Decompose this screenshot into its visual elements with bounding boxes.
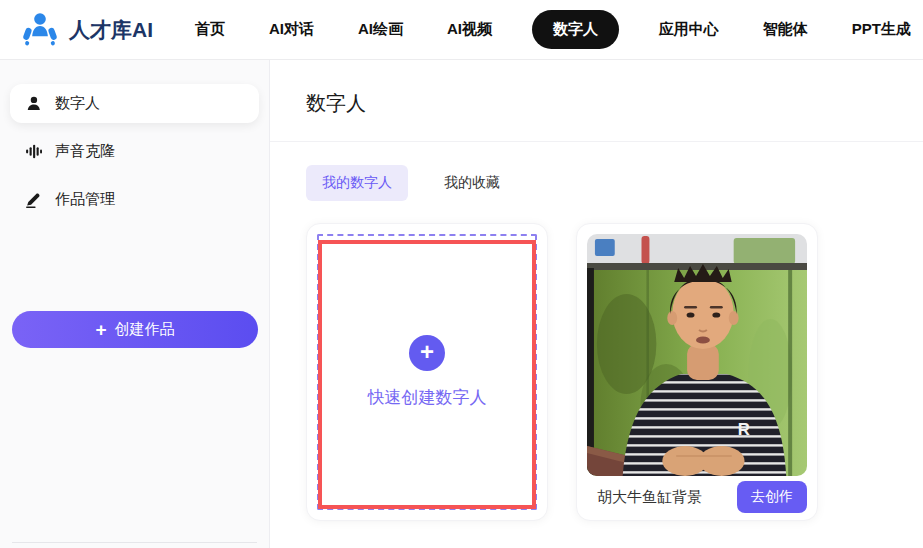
nav-item-ai-painting[interactable]: AI绘画 <box>354 10 407 49</box>
sidebar-item-label: 数字人 <box>55 94 100 113</box>
nav-item-digital-human[interactable]: 数字人 <box>532 10 619 49</box>
avatar-photo-illustration: R <box>587 234 807 476</box>
quick-create-card: + 快速创建数字人 <box>306 223 548 521</box>
nav-item-agent[interactable]: 智能体 <box>759 10 812 49</box>
avatar-name: 胡大牛鱼缸背景 <box>597 488 702 507</box>
plus-circle-icon: + <box>409 335 445 371</box>
page-title: 数字人 <box>306 90 887 117</box>
nav-item-home[interactable]: 首页 <box>191 10 229 49</box>
nav-item-ai-video[interactable]: AI视频 <box>443 10 496 49</box>
app-window: 人才库AI 首页 AI对话 AI绘画 AI视频 数字人 应用中心 智能体 PPT… <box>0 0 923 548</box>
sidebar-item-voice-clone[interactable]: 声音克隆 <box>10 132 259 171</box>
plus-icon: + <box>95 320 106 339</box>
sidebar-item-label: 声音克隆 <box>55 142 115 161</box>
person-icon <box>25 95 42 112</box>
tab-my-digital-humans[interactable]: 我的数字人 <box>306 165 408 201</box>
avatar-card-footer: 胡大牛鱼缸背景 去创作 <box>587 474 807 520</box>
nav-item-ai-chat[interactable]: AI对话 <box>265 10 318 49</box>
main-content: 数字人 我的数字人 我的收藏 + 快速创建数字人 <box>270 60 923 548</box>
quick-create-dropzone[interactable]: + 快速创建数字人 <box>317 234 537 510</box>
sidebar-item-works-manage[interactable]: 作品管理 <box>10 180 259 219</box>
avatar-card: R 胡大牛鱼缸背景 去创作 <box>576 223 818 521</box>
header-divider <box>270 141 923 142</box>
pencil-icon <box>25 191 42 208</box>
sidebar-item-digital-human[interactable]: 数字人 <box>10 84 259 123</box>
logo-icon <box>20 10 60 50</box>
sidebar: 数字人 声音克隆 <box>0 60 270 548</box>
svg-text:R: R <box>738 420 750 439</box>
main-nav: 首页 AI对话 AI绘画 AI视频 数字人 应用中心 智能体 PPT生成 <box>191 10 915 49</box>
go-create-button[interactable]: 去创作 <box>737 481 807 513</box>
quick-create-label: 快速创建数字人 <box>368 386 487 409</box>
sidebar-item-label: 作品管理 <box>55 190 115 209</box>
create-work-button-label: 创建作品 <box>115 320 175 339</box>
avatar-photo[interactable]: R <box>587 234 807 476</box>
brand-name: 人才库AI <box>69 16 153 44</box>
nav-item-ppt-generate[interactable]: PPT生成 <box>848 10 915 49</box>
card-grid: + 快速创建数字人 <box>306 223 887 521</box>
nav-item-app-center[interactable]: 应用中心 <box>655 10 723 49</box>
brand-logo[interactable]: 人才库AI <box>20 10 153 50</box>
create-work-button[interactable]: + 创建作品 <box>12 311 258 348</box>
annotation-highlight-box <box>318 240 536 509</box>
tabs-bar: 我的数字人 我的收藏 <box>306 165 887 201</box>
voice-wave-icon <box>25 143 42 160</box>
tab-my-favorites[interactable]: 我的收藏 <box>442 165 502 201</box>
top-nav-bar: 人才库AI 首页 AI对话 AI绘画 AI视频 数字人 应用中心 智能体 PPT… <box>0 0 923 60</box>
sidebar-divider <box>12 542 257 543</box>
